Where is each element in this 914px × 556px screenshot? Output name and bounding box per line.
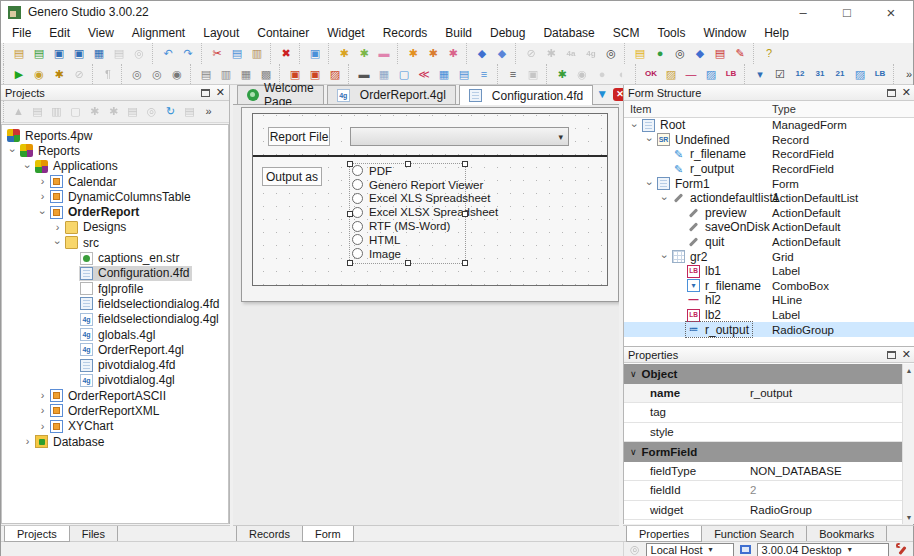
menu-file[interactable]: File	[3, 24, 40, 42]
selection-handle[interactable]	[462, 161, 468, 167]
tree-item-xychart[interactable]: ›XYChart	[2, 419, 228, 434]
tree-item-orderreportascii[interactable]: ›OrderReportASCII	[2, 388, 228, 403]
properties-scrollbar[interactable]: ▲ ▼	[902, 364, 914, 524]
radio-option-genero-report-viewer[interactable]: Genero Report Viewer	[350, 178, 465, 192]
tree-item-reports[interactable]: ›Reports	[2, 143, 228, 158]
property-row-fieldId[interactable]: fieldId2	[624, 481, 902, 501]
container-vbox-icon[interactable]: ▣	[306, 66, 324, 83]
expander-icon[interactable]: ›	[36, 191, 49, 202]
scroll-up-icon[interactable]: ▲	[906, 364, 913, 377]
tree-item-database[interactable]: ›Database	[2, 434, 228, 449]
project-refresh-icon[interactable]: ↻	[162, 104, 179, 120]
tree-item-dynamiccolumnstable[interactable]: ›DynamicColumnsTable	[2, 189, 228, 204]
delete-icon[interactable]: ✖	[277, 45, 295, 62]
widget-tree-icon[interactable]: ≡	[475, 66, 493, 83]
output-as-label-widget[interactable]: Output as	[262, 167, 322, 186]
minimize-button[interactable]: –	[781, 1, 825, 23]
structure-item-preview[interactable]: previewActionDefault	[624, 206, 914, 221]
widget-image-icon[interactable]: ▨	[662, 66, 680, 83]
property-section-object[interactable]: ∨Object	[624, 364, 902, 384]
tree-item-configuration-4fd[interactable]: Configuration.4fd	[2, 266, 228, 281]
menu-tools[interactable]: Tools	[648, 24, 694, 42]
widget-spinedit-icon[interactable]: 21	[831, 66, 849, 83]
build-icon[interactable]: ✱	[335, 45, 353, 62]
help-icon[interactable]: ?	[760, 45, 778, 62]
property-row-name[interactable]: namer_output	[624, 384, 902, 404]
expander-icon[interactable]: ›	[644, 133, 655, 146]
report-file-combobox-widget[interactable]: ▾	[350, 127, 569, 146]
debug-icon[interactable]: ✱	[50, 66, 68, 83]
tree-item-orderreport[interactable]: ›OrderReport	[2, 204, 228, 219]
container-hbox-icon[interactable]: ▣	[286, 66, 304, 83]
structure-item-r-filename[interactable]: ▾r_filenameComboBox	[624, 279, 914, 294]
editor-tab-welcome-page[interactable]: Welcome Page	[237, 85, 324, 104]
settings-wrench-icon[interactable]: ✎	[731, 45, 749, 62]
bottom-tab-records[interactable]: Records	[236, 526, 303, 542]
widget-grid-icon[interactable]: ▦	[375, 66, 393, 83]
zoom-original-icon[interactable]: ◉	[168, 66, 186, 83]
align-top-icon[interactable]: ▦	[237, 66, 255, 83]
structure-item-quit[interactable]: quitActionDefault	[624, 235, 914, 250]
editor-tab-orderreport-4gl[interactable]: 4gOrderReport.4gl	[327, 85, 456, 104]
editor-tab-configuration-4fd[interactable]: Configuration.4fd	[459, 85, 593, 105]
compile-icon[interactable]: ✱	[404, 45, 422, 62]
property-row-tag[interactable]: tag	[624, 403, 902, 423]
save-all-icon[interactable]: ▦	[90, 45, 108, 62]
expander-icon[interactable]: ›	[36, 421, 49, 432]
run-icon[interactable]: ▶	[10, 66, 28, 83]
property-value[interactable]: NON_DATABASE	[750, 465, 842, 477]
widget-chart-icon[interactable]: ✱	[553, 66, 571, 83]
tree-item-pivotdialog-4fd[interactable]: pivotdialog.4fd	[2, 357, 228, 372]
report-file-label-widget[interactable]: Report File	[268, 127, 330, 146]
widget-scrollgrid-icon[interactable]: ▢	[395, 66, 413, 83]
expander-icon[interactable]: ›	[629, 119, 640, 132]
bottom-tab-bookmarks[interactable]: Bookmarks	[806, 526, 887, 542]
host-selector[interactable]: Local Host ▾	[646, 543, 734, 556]
paste-icon[interactable]: ▥	[248, 45, 266, 62]
zoom-out-icon[interactable]: ◎	[128, 66, 146, 83]
expander-icon[interactable]: ›	[21, 436, 34, 447]
menu-edit[interactable]: Edit	[40, 24, 79, 42]
configure-wrench-icon[interactable]	[895, 543, 908, 556]
environment-selector[interactable]: 3.00.04 Desktop ▾	[757, 543, 889, 556]
overflow-widgets-icon[interactable]: »	[900, 66, 914, 83]
new-file-icon[interactable]: ▤	[10, 45, 28, 62]
code-search-icon[interactable]: ◎	[671, 45, 689, 62]
tree-item-reports-4pw[interactable]: Reports.4pw	[2, 128, 228, 143]
structure-item-saveondisk[interactable]: saveOnDiskActionDefault	[624, 220, 914, 235]
selection-handle[interactable]	[347, 260, 353, 266]
copy-icon[interactable]: ▤	[228, 45, 246, 62]
structure-item-r-output[interactable]: ✎r_outputRecordField	[624, 162, 914, 177]
tree-item-fieldselectiondialog-4gl[interactable]: 4gfieldselectiondialog.4gl	[2, 312, 228, 327]
widget-imagefield-icon[interactable]: ▨	[851, 66, 869, 83]
float-panel-icon[interactable]	[201, 89, 210, 97]
menu-widget[interactable]: Widget	[318, 24, 373, 42]
schema-manager-icon[interactable]: ▤	[631, 45, 649, 62]
menu-layout[interactable]: Layout	[194, 24, 248, 42]
expander-icon[interactable]: ›	[7, 144, 18, 157]
widget-textedit-icon[interactable]: LB	[871, 66, 889, 83]
float-panel-icon[interactable]	[887, 351, 896, 359]
tab-list-icon[interactable]: ▼	[596, 87, 608, 101]
structure-item-hl2[interactable]: —hl2HLine	[624, 293, 914, 308]
zoom-in-icon[interactable]: ◎	[148, 66, 166, 83]
property-row-style[interactable]: style	[624, 423, 902, 443]
expander-icon[interactable]: ›	[644, 177, 655, 190]
project-overflow-icon[interactable]: »	[200, 104, 217, 120]
tree-item-calendar[interactable]: ›Calendar	[2, 174, 228, 189]
tree-item-pivotdialog-4gl[interactable]: 4gpivotdialog.4gl	[2, 373, 228, 388]
expander-icon[interactable]: ›	[659, 192, 670, 205]
find-usages-icon[interactable]: ◎	[602, 45, 620, 62]
structure-item-actiondefaultlist1[interactable]: ›actiondefaultlist1ActionDefaultList	[624, 191, 914, 206]
run-application-icon[interactable]: ●	[651, 45, 669, 62]
menu-build[interactable]: Build	[436, 24, 481, 42]
menu-debug[interactable]: Debug	[481, 24, 534, 42]
bottom-tab-projects[interactable]: Projects	[4, 526, 70, 542]
tree-item-src[interactable]: ›src	[2, 235, 228, 250]
menu-help[interactable]: Help	[755, 24, 798, 42]
close-panel-icon[interactable]: ✕	[902, 87, 911, 98]
selection-handle[interactable]	[462, 211, 468, 217]
tree-item-globals-4gl[interactable]: 4gglobals.4gl	[2, 327, 228, 342]
build-all-icon[interactable]: ✱	[355, 45, 373, 62]
form-grid[interactable]: Report File ▾ Output as PDFGenero Report…	[252, 113, 608, 286]
